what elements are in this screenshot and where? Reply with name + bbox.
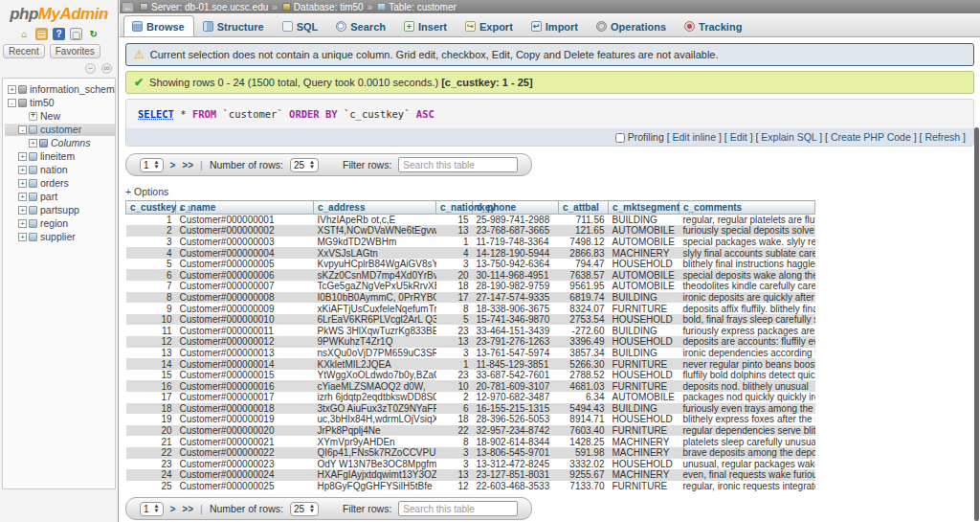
table-icon <box>29 233 37 241</box>
tab-export[interactable]: ↪ Export <box>457 15 523 36</box>
vertical-scrollbar[interactable] <box>974 127 979 521</box>
sidebar-tree-item-tim50[interactable]: - tim50 <box>5 97 115 109</box>
tab-favorites[interactable]: Favorites <box>50 44 100 58</box>
breadcrumb-database[interactable]: Database: tim50 <box>294 2 364 12</box>
sidebar-tree-item-customer[interactable]: - customer <box>5 124 115 136</box>
breadcrumb-table[interactable]: Table: customer <box>389 2 457 12</box>
sidebar-tree-item-partsupp[interactable]: + partsupp <box>5 204 115 216</box>
tree-expander-icon[interactable]: - <box>8 99 16 107</box>
page-select[interactable]: 1▲▼ <box>140 502 164 516</box>
cell-c_name: Customer#000000022 <box>176 447 314 459</box>
options-toggle[interactable]: + Options <box>125 186 974 197</box>
cell-c_address: izrh 6jdqtp2eqdtbkswDD8SG4SzXruMfIXyR7 <box>314 392 436 403</box>
column-header-c_name[interactable]: c_name <box>176 201 314 215</box>
profiling-checkbox[interactable] <box>615 133 625 143</box>
sidebar-tree-item-supplier[interactable]: + supplier <box>5 231 115 243</box>
sql-window-icon[interactable]: ▢ <box>70 28 82 40</box>
cell-c_phone: 16-155-215-1315 <box>473 403 559 415</box>
sql-link-edit-inline[interactable]: Edit inline <box>672 131 716 143</box>
cell-c_address: Hp8GyFQgGHFYSilH5tBfe <box>314 481 436 492</box>
page-select[interactable]: 1▲▼ <box>140 158 164 172</box>
sidebar-tree-item-lineitem[interactable]: + lineitem <box>5 150 115 163</box>
sql-link-create-php-code[interactable]: Create PHP Code <box>831 131 911 143</box>
results-table: c_custkey ▲ 1c_namec_addressc_nationkeyc… <box>125 200 815 491</box>
rows-per-page-select[interactable]: 25▲▼ <box>290 502 319 516</box>
tree-expander-icon[interactable]: + <box>18 193 27 201</box>
tab-insert[interactable]: + Insert <box>395 15 457 36</box>
table-icon <box>29 179 37 188</box>
filter-rows-label: Filter rows: <box>343 159 391 170</box>
cell-c_name: Customer#000000001 <box>176 215 314 226</box>
cell-c_attbal: 3396.49 <box>559 336 609 348</box>
tab-structure[interactable]: Structure <box>194 15 274 36</box>
tab-operations[interactable]: Operations <box>588 15 676 36</box>
refresh-icon[interactable]: ↻ <box>87 28 100 40</box>
cell-c_attbal: 794.47 <box>559 259 609 270</box>
tree-expander-icon[interactable]: + <box>18 233 27 241</box>
sidebar-tree-item-information_schema[interactable]: + information_schema <box>5 83 115 96</box>
column-header-c_comments[interactable]: c_comments <box>679 201 815 215</box>
tree-expander-icon[interactable]: + <box>18 206 27 215</box>
tab-search[interactable]: Search <box>327 15 395 36</box>
filter-rows-input[interactable] <box>398 501 518 516</box>
tree-expander-icon[interactable]: + <box>18 166 27 174</box>
tree-expander-icon[interactable]: + <box>29 139 37 148</box>
home-icon[interactable]: ⌂ <box>18 28 31 40</box>
tree-expander-icon[interactable]: + <box>8 85 16 94</box>
column-header-c_custkey[interactable]: c_custkey ▲ 1 <box>126 201 176 215</box>
insert-tab-icon: + <box>404 21 414 32</box>
link-icon[interactable]: ∞ <box>101 63 112 74</box>
cell-c_phone: 22-603-468-3533 <box>473 481 559 492</box>
cell-c_custkey: 22 <box>126 447 176 459</box>
column-header-c_address[interactable]: c_address <box>314 201 436 215</box>
tab-recent[interactable]: Recent <box>3 44 45 58</box>
exit-icon[interactable]: ▤ <box>35 28 48 40</box>
sidebar-tree-item-orders[interactable]: + orders <box>5 177 115 190</box>
rows-per-page-select[interactable]: 25▲▼ <box>290 158 319 172</box>
sql-link-explain-sql[interactable]: Explain SQL <box>761 131 816 143</box>
cell-c_address: HXAFgIAyjxtdqwimt13Y3OZO 4xeLe7U8PqG <box>314 469 436 481</box>
cell-c_comments: special packages wake. slyly reg <box>679 237 815 248</box>
column-header-c_phone[interactable]: c_phone <box>473 201 559 215</box>
sidebar-tree-item-nation[interactable]: + nation <box>5 164 115 176</box>
table-row: 3Customer#000000003MG9kdTD2WBHm111-719-7… <box>126 237 815 248</box>
tree-expander-icon[interactable]: + <box>18 219 27 228</box>
collapse-all-icon[interactable]: − <box>85 63 96 74</box>
last-page-button[interactable]: >> <box>182 160 193 170</box>
tree-expander-icon[interactable]: + <box>18 179 27 188</box>
tab-sql[interactable]: SQL <box>274 15 328 36</box>
warning-icon: ⚠ <box>134 48 145 61</box>
back-button[interactable]: ← <box>122 2 134 12</box>
filter-rows-input[interactable] <box>398 157 518 172</box>
cell-c_name: Customer#000000011 <box>176 325 314 336</box>
tab-browse[interactable]: Browse <box>123 15 194 36</box>
cell-c_phone: 11-719-748-3364 <box>473 237 559 248</box>
column-header-c_attbal[interactable]: c_attbal <box>559 201 609 215</box>
next-page-button[interactable]: > <box>170 160 176 170</box>
cell-c_custkey: 6 <box>126 269 176 281</box>
sidebar-tree-item-region[interactable]: + region <box>5 217 115 230</box>
sql-link-refresh[interactable]: Refresh <box>924 131 960 143</box>
tab-import[interactable]: ↩ Import <box>523 15 588 36</box>
cell-c_custkey: 20 <box>126 425 176 437</box>
last-page-button[interactable]: >> <box>182 504 193 514</box>
sidebar-tree-item-new[interactable]: New <box>5 110 115 123</box>
breadcrumb-server[interactable]: Server: db-01.soe.ucsc.edu <box>151 2 268 12</box>
column-header-c_nationkey[interactable]: c_nationkey <box>436 201 473 215</box>
sidebar-tree-item-part[interactable]: + part <box>5 191 115 203</box>
tree-expander-icon[interactable]: + <box>18 152 27 161</box>
sidebar-tree-item-columns[interactable]: + Columns <box>5 137 115 149</box>
sql-link-edit[interactable]: Edit <box>730 131 747 143</box>
cell-c_address: nsXQu0oVjD7PM659uC3SRSp <box>314 348 436 359</box>
column-header-c_mktsegment[interactable]: c_mktsegment <box>609 201 679 215</box>
cell-c_mktsegment: FURNITURE <box>609 358 679 370</box>
next-page-button[interactable]: > <box>170 504 176 514</box>
help-icon[interactable]: ? <box>53 28 65 40</box>
table-icon <box>29 206 37 215</box>
tab-tracking[interactable]: Tracking <box>676 15 751 36</box>
cell-c_comments: never regular pinto beans boost bl <box>679 358 815 370</box>
tree-expander-icon[interactable]: - <box>18 125 27 134</box>
cell-c_comments: deposits are accounts: fluffily even dep… <box>679 336 815 348</box>
table-row: 14Customer#000000014KXkletMIL2JQEA111-84… <box>126 358 815 370</box>
cell-c_mktsegment: MACHINERY <box>609 436 679 447</box>
